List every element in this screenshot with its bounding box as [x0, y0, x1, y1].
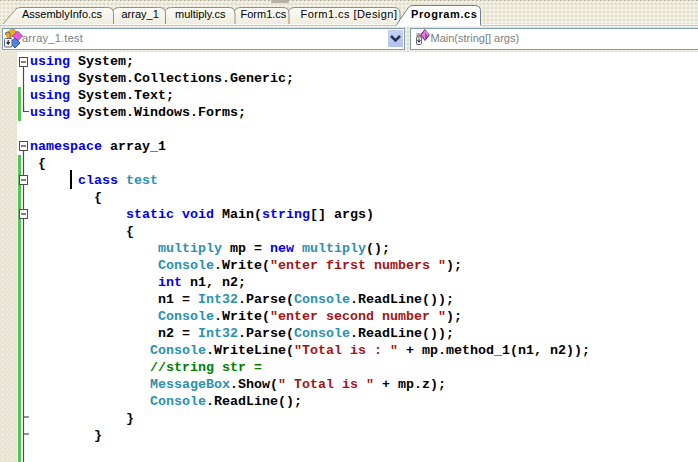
- svg-text:Form1.cs [Design]: Form1.cs [Design]: [301, 8, 398, 20]
- svg-text:Program.cs: Program.cs: [411, 8, 478, 20]
- svg-text:array_1: array_1: [122, 8, 159, 20]
- svg-text:Form1.cs: Form1.cs: [241, 8, 287, 20]
- svg-text:multiply.cs: multiply.cs: [175, 8, 226, 20]
- svg-text:AssemblyInfo.cs: AssemblyInfo.cs: [22, 8, 103, 20]
